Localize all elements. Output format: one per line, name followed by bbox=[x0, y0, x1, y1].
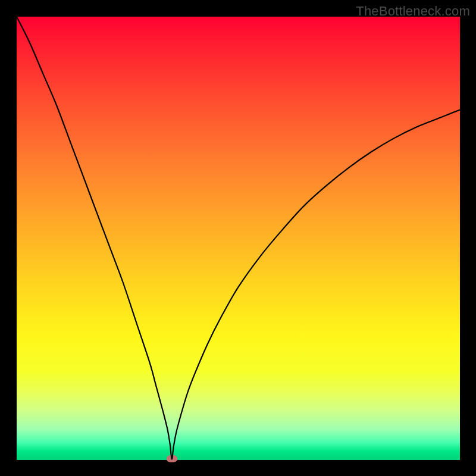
watermark-text: TheBottleneck.com bbox=[356, 4, 470, 19]
plot-area bbox=[17, 17, 460, 460]
chart-frame: TheBottleneck.com bbox=[0, 0, 476, 476]
bottleneck-curve bbox=[17, 17, 460, 460]
